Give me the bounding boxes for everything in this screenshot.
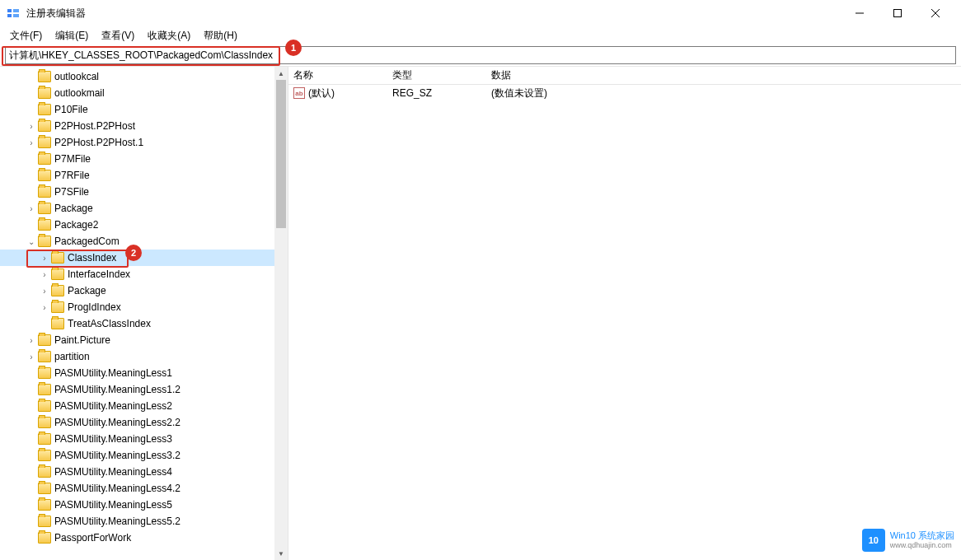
menu-file[interactable]: 文件(F): [3, 27, 49, 44]
folder-icon: [38, 417, 51, 428]
watermark-brand: Win10 系统家园: [890, 530, 954, 541]
tree-item-outlookcal[interactable]: outlookcal: [0, 68, 288, 85]
folder-icon: [51, 268, 64, 280]
scroll-up-icon[interactable]: ▲: [274, 67, 288, 80]
tree-item-paint-picture[interactable]: ›Paint.Picture: [0, 332, 288, 348]
address-input[interactable]: 计算机\HKEY_CLASSES_ROOT\PackagedCom\ClassI…: [5, 46, 956, 64]
folder-icon: [38, 71, 51, 82]
folder-icon: [38, 236, 51, 247]
tree-item-pasmutility-meaningless2[interactable]: PASMUtility.MeaningLess2: [0, 398, 288, 414]
menu-view[interactable]: 查看(V): [95, 27, 141, 44]
column-header-type[interactable]: 类型: [387, 68, 486, 82]
tree-item-label: P2PHost.P2PHost.1: [54, 137, 143, 148]
tree-item-label: ClassIndex: [68, 252, 116, 264]
folder-icon: [38, 219, 51, 231]
tree-item-p2phost-p2phost-1[interactable]: ›P2PHost.P2PHost.1: [0, 134, 288, 151]
tree-item-pasmutility-meaningless1[interactable]: PASMUtility.MeaningLess1: [0, 365, 288, 381]
watermark-url: www.qdhuajin.com: [890, 541, 954, 550]
value-data: (数值未设置): [486, 86, 961, 100]
tree-item-label: PassportForWork: [54, 532, 131, 544]
tree-item-pasmutility-meaningless5-2[interactable]: PASMUtility.MeaningLess5.2: [0, 513, 288, 530]
svg-rect-1: [7, 14, 12, 17]
tree-item-package[interactable]: ›Package: [0, 200, 288, 217]
tree-item-label: PASMUtility.MeaningLess4.2: [54, 483, 180, 494]
value-row[interactable]: ab(默认)REG_SZ(数值未设置): [288, 85, 961, 101]
tree-item-pasmutility-meaningless4[interactable]: PASMUtility.MeaningLess4: [0, 464, 288, 480]
tree-item-p7rfile[interactable]: P7RFile: [0, 167, 288, 184]
tree-item-progidindex[interactable]: ›ProgIdIndex: [0, 299, 288, 315]
tree-expander-icon[interactable]: ›: [26, 352, 36, 362]
tree-item-pasmutility-meaningless3[interactable]: PASMUtility.MeaningLess3: [0, 431, 288, 447]
values-panel: 名称 类型 数据 ab(默认)REG_SZ(数值未设置): [288, 67, 961, 560]
watermark-text: Win10 系统家园 www.qdhuajin.com: [890, 530, 954, 550]
tree-item-passportforwork[interactable]: PassportForWork: [0, 530, 288, 546]
tree-item-partition[interactable]: ›partition: [0, 348, 288, 365]
tree-item-outlookmail[interactable]: outlookmail: [0, 85, 288, 101]
column-header-name[interactable]: 名称: [288, 68, 387, 82]
folder-icon: [38, 499, 51, 511]
tree-item-label: PASMUtility.MeaningLess3: [54, 433, 172, 445]
tree-scrollbar[interactable]: ▲ ▼: [274, 67, 288, 560]
tree-item-package2[interactable]: Package2: [0, 217, 288, 233]
scroll-thumb[interactable]: [276, 80, 286, 228]
tree-expander-icon[interactable]: ›: [26, 138, 36, 147]
folder-icon: [38, 516, 51, 527]
scroll-down-icon[interactable]: ▼: [274, 547, 288, 560]
folder-icon: [38, 104, 51, 115]
menu-favorites[interactable]: 收藏夹(A): [141, 27, 197, 44]
folder-icon: [38, 351, 51, 362]
tree-item-p7sfile[interactable]: P7SFile: [0, 184, 288, 200]
tree-item-pasmutility-meaningless2-2[interactable]: PASMUtility.MeaningLess2.2: [0, 414, 288, 431]
tree-item-treatasclassindex[interactable]: TreatAsClassIndex: [0, 315, 288, 332]
tree-expander-icon[interactable]: ›: [40, 254, 49, 263]
folder-icon: [51, 285, 64, 296]
tree-item-label: P7MFile: [54, 153, 91, 165]
tree-item-p2phost-p2phost[interactable]: ›P2PHost.P2PHost: [0, 118, 288, 134]
tree-item-package[interactable]: ›Package: [0, 282, 288, 299]
string-value-icon: ab: [293, 87, 305, 99]
tree-item-label: InterfaceIndex: [68, 268, 130, 280]
tree-item-pasmutility-meaningless1-2[interactable]: PASMUtility.MeaningLess1.2: [0, 381, 288, 398]
tree-item-label: Package: [54, 203, 93, 214]
tree-item-p7mfile[interactable]: P7MFile: [0, 151, 288, 167]
folder-icon: [38, 170, 51, 181]
tree-item-interfaceindex[interactable]: ›InterfaceIndex: [0, 266, 288, 282]
tree-expander-icon[interactable]: ›: [26, 336, 36, 345]
tree-item-p10file[interactable]: P10File: [0, 101, 288, 118]
tree-expander-icon[interactable]: ›: [40, 303, 49, 312]
maximize-button[interactable]: [879, 0, 916, 26]
tree-item-pasmutility-meaningless5[interactable]: PASMUtility.MeaningLess5: [0, 497, 288, 513]
minimize-button[interactable]: [841, 0, 879, 26]
tree-item-label: outlookcal: [54, 71, 99, 82]
tree-expander-icon[interactable]: ›: [26, 204, 36, 213]
tree-expander-icon[interactable]: ›: [40, 270, 49, 279]
folder-icon: [38, 367, 51, 379]
folder-icon: [38, 334, 51, 346]
folder-icon: [38, 400, 51, 412]
value-name: (默认): [308, 86, 335, 100]
tree-expander-icon[interactable]: ⌄: [26, 237, 36, 246]
menu-edit[interactable]: 编辑(E): [49, 27, 95, 44]
tree-item-pasmutility-meaningless4-2[interactable]: PASMUtility.MeaningLess4.2: [0, 480, 288, 497]
tree-expander-icon[interactable]: ›: [26, 122, 36, 131]
svg-rect-2: [13, 9, 19, 12]
svg-rect-5: [894, 10, 902, 17]
menu-help[interactable]: 帮助(H): [197, 27, 244, 44]
tree-item-pasmutility-meaningless3-2[interactable]: PASMUtility.MeaningLess3.2: [0, 447, 288, 464]
tree-item-label: PackagedCom: [54, 236, 120, 247]
folder-icon: [38, 450, 51, 461]
titlebar: 注册表编辑器: [0, 0, 961, 26]
tree-item-label: PASMUtility.MeaningLess2.2: [54, 417, 180, 428]
close-button[interactable]: [916, 0, 954, 26]
tree-item-label: PASMUtility.MeaningLess2: [54, 400, 172, 412]
tree-item-packagedcom[interactable]: ⌄PackagedCom: [0, 233, 288, 250]
tree-item-classindex[interactable]: ›ClassIndex: [0, 250, 288, 266]
tree-item-label: Paint.Picture: [54, 334, 110, 346]
tree-panel[interactable]: outlookcaloutlookmailP10File›P2PHost.P2P…: [0, 67, 288, 560]
column-header-data[interactable]: 数据: [486, 68, 961, 82]
folder-icon: [38, 203, 51, 214]
tree-expander-icon[interactable]: ›: [40, 287, 49, 296]
annotation-callout-2: 2: [125, 245, 142, 261]
tree-item-label: ProgIdIndex: [68, 301, 121, 313]
folder-icon: [38, 186, 51, 198]
